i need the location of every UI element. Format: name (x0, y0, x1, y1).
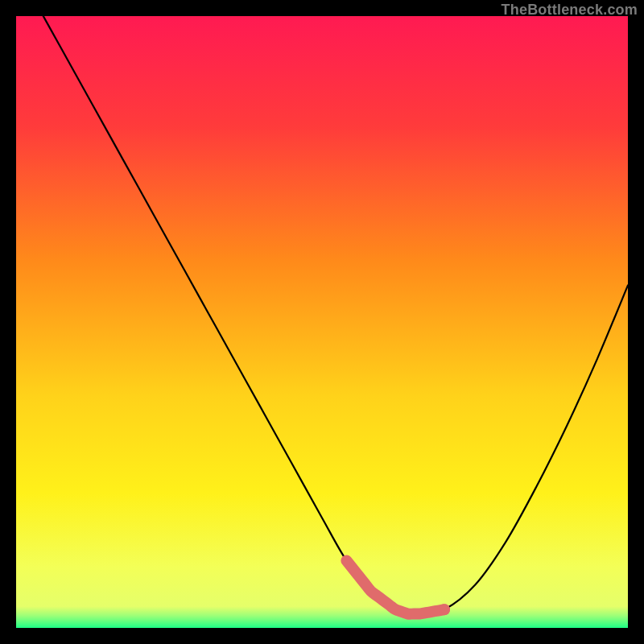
curve-layer (16, 16, 628, 628)
plot-area (16, 16, 628, 628)
chart-frame: TheBottleneck.com (0, 0, 644, 644)
bottleneck-curve (16, 16, 628, 614)
highlight-segment (346, 560, 444, 613)
highlight-end-dot (439, 604, 450, 615)
